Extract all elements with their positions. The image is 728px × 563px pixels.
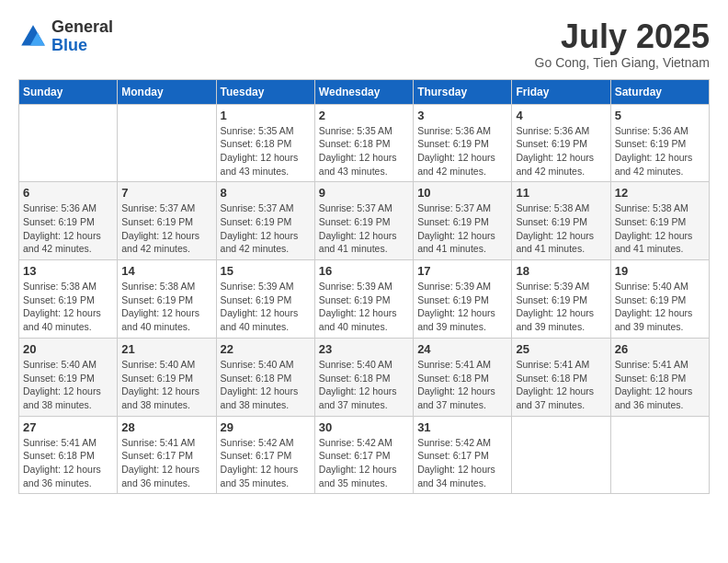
day-number: 12 — [615, 186, 705, 200]
calendar-cell: 28Sunrise: 5:41 AMSunset: 6:17 PMDayligh… — [118, 416, 216, 494]
calendar-cell: 25Sunrise: 5:41 AMSunset: 6:18 PMDayligh… — [512, 338, 610, 416]
calendar-cell: 12Sunrise: 5:38 AMSunset: 6:19 PMDayligh… — [610, 182, 709, 260]
day-number: 13 — [23, 264, 113, 278]
day-number: 19 — [615, 264, 705, 278]
day-header-wednesday: Wednesday — [314, 79, 413, 104]
calendar-cell: 7Sunrise: 5:37 AMSunset: 6:19 PMDaylight… — [118, 182, 216, 260]
calendar-week-row: 20Sunrise: 5:40 AMSunset: 6:19 PMDayligh… — [19, 338, 710, 416]
day-info: Sunrise: 5:36 AMSunset: 6:19 PMDaylight:… — [516, 124, 606, 178]
day-header-sunday: Sunday — [19, 79, 118, 104]
day-number: 7 — [121, 186, 211, 200]
calendar-cell — [118, 104, 216, 182]
day-number: 8 — [221, 186, 311, 200]
day-info: Sunrise: 5:41 AMSunset: 6:18 PMDaylight:… — [615, 358, 705, 412]
calendar-cell: 19Sunrise: 5:40 AMSunset: 6:19 PMDayligh… — [610, 260, 709, 339]
calendar-cell: 30Sunrise: 5:42 AMSunset: 6:17 PMDayligh… — [314, 416, 413, 494]
calendar-cell: 24Sunrise: 5:41 AMSunset: 6:18 PMDayligh… — [414, 338, 512, 416]
title-area: July 2025 Go Cong, Tien Giang, Vietnam — [535, 18, 710, 70]
calendar-week-row: 6Sunrise: 5:36 AMSunset: 6:19 PMDaylight… — [19, 182, 710, 260]
day-number: 3 — [417, 109, 507, 122]
day-info: Sunrise: 5:41 AMSunset: 6:17 PMDaylight:… — [121, 436, 211, 490]
day-header-friday: Friday — [512, 79, 610, 104]
page-header: General Blue July 2025 Go Cong, Tien Gia… — [18, 18, 710, 70]
day-number: 16 — [319, 264, 409, 278]
day-info: Sunrise: 5:38 AMSunset: 6:19 PMDaylight:… — [121, 280, 211, 334]
calendar-cell: 6Sunrise: 5:36 AMSunset: 6:19 PMDaylight… — [19, 182, 118, 260]
calendar-cell — [512, 416, 610, 494]
calendar-cell — [610, 416, 709, 494]
day-info: Sunrise: 5:40 AMSunset: 6:18 PMDaylight:… — [319, 358, 409, 412]
calendar-cell: 3Sunrise: 5:36 AMSunset: 6:19 PMDaylight… — [414, 104, 512, 182]
month-title: July 2025 — [535, 18, 710, 55]
day-number: 27 — [23, 420, 113, 434]
day-header-thursday: Thursday — [414, 79, 512, 104]
calendar-week-row: 27Sunrise: 5:41 AMSunset: 6:18 PMDayligh… — [19, 416, 710, 494]
day-number: 10 — [417, 186, 507, 200]
day-header-saturday: Saturday — [610, 79, 709, 104]
calendar-cell: 5Sunrise: 5:36 AMSunset: 6:19 PMDaylight… — [610, 104, 709, 182]
calendar-cell: 11Sunrise: 5:38 AMSunset: 6:19 PMDayligh… — [512, 182, 610, 260]
day-info: Sunrise: 5:40 AMSunset: 6:18 PMDaylight:… — [221, 358, 311, 412]
day-info: Sunrise: 5:42 AMSunset: 6:17 PMDaylight:… — [319, 436, 409, 490]
day-number: 6 — [23, 186, 113, 200]
logo-icon — [18, 22, 48, 52]
day-number: 4 — [516, 109, 606, 122]
calendar-cell: 22Sunrise: 5:40 AMSunset: 6:18 PMDayligh… — [216, 338, 314, 416]
day-info: Sunrise: 5:42 AMSunset: 6:17 PMDaylight:… — [417, 436, 507, 490]
day-number: 25 — [516, 342, 606, 356]
calendar-cell: 27Sunrise: 5:41 AMSunset: 6:18 PMDayligh… — [19, 416, 118, 494]
day-info: Sunrise: 5:38 AMSunset: 6:19 PMDaylight:… — [615, 201, 705, 256]
calendar-cell: 16Sunrise: 5:39 AMSunset: 6:19 PMDayligh… — [314, 260, 413, 339]
calendar-cell: 18Sunrise: 5:39 AMSunset: 6:19 PMDayligh… — [512, 260, 610, 339]
day-info: Sunrise: 5:37 AMSunset: 6:19 PMDaylight:… — [417, 201, 507, 256]
day-number: 15 — [221, 264, 311, 278]
day-number: 5 — [615, 109, 705, 122]
day-number: 22 — [221, 342, 311, 356]
day-info: Sunrise: 5:36 AMSunset: 6:19 PMDaylight:… — [615, 124, 705, 178]
day-number: 29 — [221, 420, 311, 434]
day-info: Sunrise: 5:40 AMSunset: 6:19 PMDaylight:… — [615, 280, 705, 334]
calendar-cell: 20Sunrise: 5:40 AMSunset: 6:19 PMDayligh… — [19, 338, 118, 416]
day-info: Sunrise: 5:37 AMSunset: 6:19 PMDaylight:… — [221, 201, 311, 256]
day-info: Sunrise: 5:41 AMSunset: 6:18 PMDaylight:… — [23, 436, 113, 490]
calendar-cell: 14Sunrise: 5:38 AMSunset: 6:19 PMDayligh… — [118, 260, 216, 339]
location: Go Cong, Tien Giang, Vietnam — [535, 55, 710, 70]
day-number: 31 — [417, 420, 507, 434]
day-number: 30 — [319, 420, 409, 434]
day-header-tuesday: Tuesday — [216, 79, 314, 104]
logo-text: General Blue — [51, 18, 113, 55]
day-number: 21 — [121, 342, 211, 356]
day-number: 20 — [23, 342, 113, 356]
calendar-cell: 21Sunrise: 5:40 AMSunset: 6:19 PMDayligh… — [118, 338, 216, 416]
day-info: Sunrise: 5:42 AMSunset: 6:17 PMDaylight:… — [221, 436, 311, 490]
day-info: Sunrise: 5:37 AMSunset: 6:19 PMDaylight:… — [319, 201, 409, 256]
day-info: Sunrise: 5:39 AMSunset: 6:19 PMDaylight:… — [319, 280, 409, 334]
calendar-table: SundayMondayTuesdayWednesdayThursdayFrid… — [18, 79, 710, 495]
calendar-cell: 26Sunrise: 5:41 AMSunset: 6:18 PMDayligh… — [610, 338, 709, 416]
calendar-cell: 2Sunrise: 5:35 AMSunset: 6:18 PMDaylight… — [314, 104, 413, 182]
day-info: Sunrise: 5:39 AMSunset: 6:19 PMDaylight:… — [221, 280, 311, 334]
calendar-cell: 17Sunrise: 5:39 AMSunset: 6:19 PMDayligh… — [414, 260, 512, 339]
day-header-monday: Monday — [118, 79, 216, 104]
calendar-cell: 8Sunrise: 5:37 AMSunset: 6:19 PMDaylight… — [216, 182, 314, 260]
calendar-cell — [19, 104, 118, 182]
day-info: Sunrise: 5:35 AMSunset: 6:18 PMDaylight:… — [221, 124, 311, 178]
day-info: Sunrise: 5:38 AMSunset: 6:19 PMDaylight:… — [516, 201, 606, 256]
day-number: 18 — [516, 264, 606, 278]
day-number: 24 — [417, 342, 507, 356]
calendar-cell: 1Sunrise: 5:35 AMSunset: 6:18 PMDaylight… — [216, 104, 314, 182]
day-info: Sunrise: 5:41 AMSunset: 6:18 PMDaylight:… — [516, 358, 606, 412]
day-number: 2 — [319, 109, 409, 122]
logo-general: General — [51, 17, 113, 36]
day-info: Sunrise: 5:38 AMSunset: 6:19 PMDaylight:… — [23, 280, 113, 334]
calendar-cell: 29Sunrise: 5:42 AMSunset: 6:17 PMDayligh… — [216, 416, 314, 494]
day-number: 28 — [121, 420, 211, 434]
calendar-cell: 9Sunrise: 5:37 AMSunset: 6:19 PMDaylight… — [314, 182, 413, 260]
day-info: Sunrise: 5:35 AMSunset: 6:18 PMDaylight:… — [319, 124, 409, 178]
day-number: 26 — [615, 342, 705, 356]
calendar-week-row: 13Sunrise: 5:38 AMSunset: 6:19 PMDayligh… — [19, 260, 710, 339]
calendar-cell: 4Sunrise: 5:36 AMSunset: 6:19 PMDaylight… — [512, 104, 610, 182]
day-number: 23 — [319, 342, 409, 356]
day-number: 17 — [417, 264, 507, 278]
calendar-cell: 10Sunrise: 5:37 AMSunset: 6:19 PMDayligh… — [414, 182, 512, 260]
